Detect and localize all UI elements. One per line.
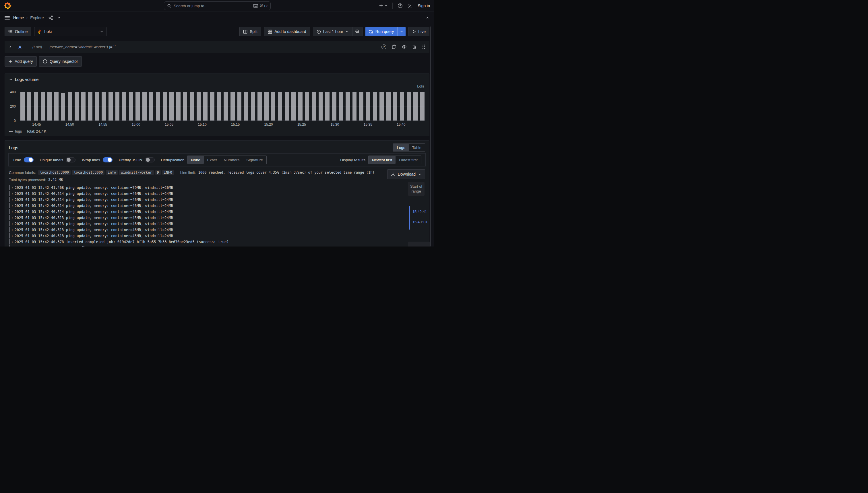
log-row[interactable]: ›2025-01-03 15:42:40.378 inserted comple… — [9, 239, 425, 245]
expand-log-row-icon[interactable]: › — [12, 222, 15, 226]
run-query-button[interactable]: Run query — [365, 27, 398, 36]
order-toggle-option-newest-first[interactable]: Newest first — [368, 156, 396, 164]
expand-log-row-icon[interactable]: › — [12, 186, 15, 190]
x-axis-labels: 14:4514:5014:5515:0015:0515:1015:1515:20… — [20, 121, 425, 127]
toggle-query-visibility-button[interactable] — [402, 45, 407, 49]
expand-log-row-icon[interactable]: › — [12, 204, 15, 208]
start-of-range-pin: Start of range — [408, 182, 425, 196]
legend-series-label[interactable]: logs — [15, 129, 22, 133]
expand-log-row-icon[interactable]: › — [12, 192, 15, 196]
download-button[interactable]: Download — [387, 169, 425, 179]
dedup-toggle-option-exact[interactable]: Exact — [204, 156, 220, 164]
logs-table-toggle-option-logs[interactable]: Logs — [393, 144, 408, 151]
dedup-toggle-option-numbers[interactable]: Numbers — [220, 156, 243, 164]
split-button[interactable]: Split — [239, 27, 261, 36]
log-row[interactable]: ›2025-01-03 15:42:40.513 ping update, me… — [9, 227, 425, 233]
toggles-container: TimeUnique labelsWrap linesPrettify JSON — [13, 157, 155, 163]
log-row[interactable]: ›2025-01-03 15:42:40.514 ping update, me… — [9, 197, 425, 202]
log-row-text: 2025-01-03 15:42:40.371 update flow stat… — [15, 245, 105, 246]
zoom-out-time-button[interactable] — [353, 27, 362, 36]
time-range-button[interactable]: Last 1 hour — [313, 27, 353, 36]
x-tick: 15:00 — [132, 123, 140, 127]
query-expression[interactable]: {service_name="windmill-worker"} |= `` — [50, 45, 116, 49]
logs-table-toggle-option-table[interactable]: Table — [409, 144, 425, 151]
search-bar[interactable]: ⌘+k — [164, 1, 271, 10]
new-button[interactable] — [379, 3, 387, 8]
log-row[interactable]: ›2025-01-03 15:42:40.513 ping update, me… — [9, 215, 425, 221]
expand-log-row-icon[interactable]: › — [12, 234, 15, 238]
remove-query-button[interactable] — [412, 44, 417, 49]
expand-log-row-icon[interactable]: › — [12, 210, 15, 214]
download-label: Download — [398, 172, 416, 176]
search-input[interactable] — [174, 4, 251, 8]
breadcrumb-explore[interactable]: Explore — [30, 16, 44, 20]
grafana-logo-icon[interactable] — [4, 2, 12, 9]
x-tick: 15:10 — [198, 123, 207, 127]
x-tick: 15:05 — [165, 123, 173, 127]
sign-in-button[interactable]: Sign in — [418, 3, 430, 8]
common-label-chip: 9 — [155, 170, 161, 175]
logs-panel: Logs LogsTable TimeUnique labelsWrap lin… — [5, 140, 429, 246]
toggle-knob — [67, 158, 70, 162]
expand-log-row-icon[interactable]: › — [12, 198, 15, 202]
toggle-unique-labels[interactable] — [66, 157, 76, 163]
collapse-toolbar-button[interactable] — [425, 16, 429, 20]
query-inspector-button[interactable]: Query inspector — [39, 56, 82, 67]
grafana-explore-app: ⌘+k Sign in Home › Explore — [0, 0, 434, 246]
trash-icon — [412, 44, 417, 49]
log-row[interactable]: ›2025-01-03 15:42:41.468 ping update, me… — [9, 185, 425, 191]
range-indicator-line — [409, 206, 410, 230]
mega-menu-button[interactable] — [5, 16, 10, 20]
expand-query-button[interactable] — [8, 45, 12, 48]
drag-query-handle[interactable] — [422, 44, 425, 49]
expand-log-row-icon[interactable]: › — [12, 240, 15, 244]
log-row-text: 2025-01-03 15:42:40.513 ping update, mem… — [15, 234, 173, 238]
display-results-label: Display results — [340, 158, 365, 162]
dedup-toggle-option-none[interactable]: None — [187, 156, 204, 164]
toggle-time[interactable] — [24, 157, 34, 163]
live-button[interactable]: Live — [408, 27, 429, 36]
add-query-button[interactable]: Add query — [5, 56, 37, 67]
logs-volume-header[interactable]: Logs volume — [5, 77, 429, 82]
log-row[interactable]: ›2025-01-03 15:42:40.513 ping update, me… — [9, 233, 425, 239]
log-row[interactable]: ›2025-01-03 15:42:40.514 ping update, me… — [9, 202, 425, 209]
log-row-text: 2025-01-03 15:42:40.514 ping update, mem… — [15, 203, 173, 208]
help-button[interactable] — [398, 3, 403, 8]
sync-icon — [369, 29, 373, 34]
order-toggle-option-oldest-first[interactable]: Oldest first — [396, 156, 421, 164]
outline-button[interactable]: Outline — [5, 27, 31, 36]
datasource-picker[interactable]: Loki — [34, 27, 106, 36]
expand-log-row-icon[interactable]: › — [12, 216, 15, 220]
common-label-chip: windmill-worker — [119, 170, 153, 175]
page-scrollbar[interactable] — [430, 26, 430, 246]
dedup-toggle-option-signature[interactable]: Signature — [243, 156, 267, 164]
time-range-label: Last 1 hour — [323, 29, 343, 34]
log-level-bar — [9, 197, 10, 202]
toggle-prettify-json[interactable] — [145, 157, 155, 163]
duplicate-query-button[interactable] — [392, 44, 396, 49]
run-query-options-button[interactable] — [397, 27, 406, 36]
log-row[interactable]: ›2025-01-03 15:42:40.514 ping update, me… — [9, 191, 425, 197]
log-row[interactable]: ›2025-01-03 15:42:40.513 ping update, me… — [9, 221, 425, 227]
query-help-icon[interactable]: ? — [381, 44, 386, 49]
toggle-wrap-lines[interactable] — [103, 157, 112, 163]
common-labels-label: Common labels: — [9, 170, 36, 175]
log-row[interactable]: ›2025-01-03 15:42:40.371 update flow sta… — [9, 245, 425, 246]
log-level-bar — [9, 185, 10, 190]
share-options-button[interactable] — [57, 16, 61, 20]
news-button[interactable] — [408, 3, 413, 8]
expand-log-row-icon[interactable]: › — [12, 246, 15, 247]
log-row-text: 2025-01-03 15:42:40.514 ping update, mem… — [15, 210, 173, 214]
gridline — [20, 92, 425, 92]
range-dash: — — [418, 215, 422, 219]
log-row[interactable]: ›2025-01-03 15:42:40.514 ping update, me… — [9, 209, 425, 215]
breadcrumb-home[interactable]: Home — [13, 16, 24, 20]
bars — [20, 90, 425, 121]
share-shortlink-button[interactable] — [48, 16, 53, 20]
add-to-dashboard-button[interactable]: Add to dashboard — [264, 27, 310, 36]
log-row-text: 2025-01-03 15:42:40.513 ping update, mem… — [15, 215, 173, 220]
toggle-knob — [146, 158, 150, 162]
query-inspector-label: Query inspector — [50, 59, 78, 64]
expand-log-row-icon[interactable]: › — [12, 228, 15, 232]
series-label[interactable]: Loki — [417, 84, 424, 88]
